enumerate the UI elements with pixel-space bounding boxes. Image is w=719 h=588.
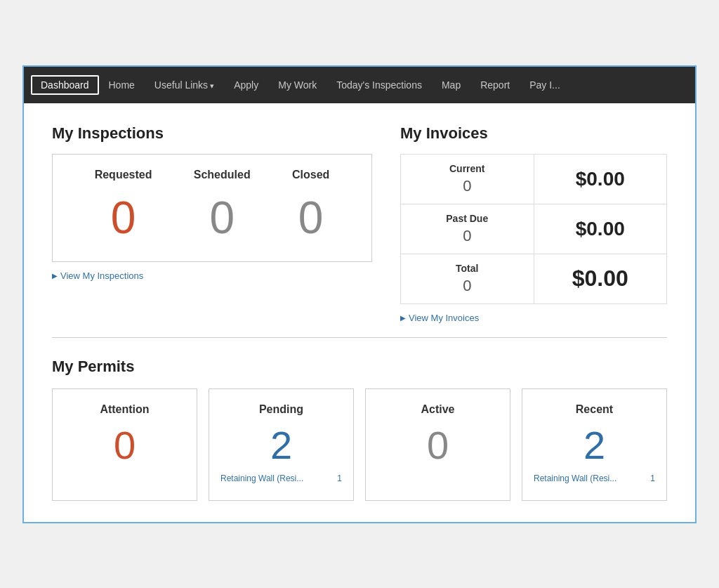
- inspection-value-requested: 0: [95, 195, 152, 240]
- nav-item-todays-inspections[interactable]: Today's Inspections: [326, 75, 432, 95]
- app-container: Dashboard Home Useful Links Apply My Wor…: [22, 65, 697, 523]
- inspections-grid: Requested 0 Scheduled 0 Closed 0: [74, 169, 350, 240]
- permit-label-active: Active: [377, 403, 499, 416]
- invoice-row-pastdue: Past Due 0 $0.00: [401, 204, 666, 254]
- permit-card-pending: Pending 2 Retaining Wall (Resi... 1: [209, 388, 354, 501]
- navbar: Dashboard Home Useful Links Apply My Wor…: [24, 67, 695, 103]
- nav-item-report[interactable]: Report: [470, 75, 520, 95]
- permit-value-pending: 2: [220, 426, 342, 465]
- inspection-col-requested: Requested 0: [95, 169, 152, 240]
- invoice-row-total: Total 0 $0.00: [401, 254, 666, 303]
- inspection-col-scheduled: Scheduled 0: [194, 169, 251, 240]
- invoices-section: My Invoices Current 0 $0.00 Past Du: [400, 124, 667, 323]
- inspections-title: My Inspections: [52, 124, 372, 143]
- inspection-label-scheduled: Scheduled: [194, 169, 251, 181]
- inspection-value-closed: 0: [292, 195, 329, 240]
- invoice-amount-pastdue-value: $0.00: [576, 218, 625, 240]
- permits-section: My Permits Attention 0 Pending 2 Retaini…: [52, 358, 667, 501]
- invoice-label-total: Total 0: [401, 254, 534, 303]
- permit-sub-pending-label: Retaining Wall (Resi...: [220, 473, 303, 483]
- nav-item-home[interactable]: Home: [99, 75, 145, 95]
- invoice-label-current-text: Current: [412, 163, 522, 174]
- inspection-col-closed: Closed 0: [292, 169, 329, 240]
- invoice-label-total-text: Total: [412, 263, 522, 274]
- permit-sub-recent-label: Retaining Wall (Resi...: [534, 473, 616, 483]
- invoices-title: My Invoices: [400, 124, 667, 143]
- permit-card-active: Active 0: [365, 388, 510, 501]
- permit-sub-pending-count: 1: [337, 473, 342, 483]
- main-content: My Inspections Requested 0 Scheduled 0 C…: [24, 103, 695, 522]
- inspections-section: My Inspections Requested 0 Scheduled 0 C…: [52, 124, 372, 323]
- invoice-count-total: 0: [412, 277, 522, 295]
- invoice-label-current: Current 0: [401, 155, 534, 204]
- nav-item-apply[interactable]: Apply: [224, 75, 268, 95]
- top-row: My Inspections Requested 0 Scheduled 0 C…: [52, 124, 667, 323]
- permit-value-attention: 0: [64, 426, 185, 465]
- nav-item-map[interactable]: Map: [432, 75, 470, 95]
- invoice-amount-current-value: $0.00: [576, 168, 625, 190]
- permit-card-recent: Recent 2 Retaining Wall (Resi... 1: [522, 388, 667, 501]
- invoice-label-pastdue: Past Due 0: [401, 204, 534, 254]
- invoice-amount-current: $0.00: [534, 155, 667, 204]
- invoice-row-current: Current 0 $0.00: [401, 155, 666, 204]
- inspections-card: Requested 0 Scheduled 0 Closed 0: [52, 154, 372, 262]
- invoice-label-pastdue-text: Past Due: [412, 213, 522, 224]
- invoice-amount-total: $0.00: [534, 254, 667, 303]
- inspection-label-requested: Requested: [95, 169, 152, 181]
- permit-value-active: 0: [377, 426, 499, 465]
- inspection-value-scheduled: 0: [194, 195, 251, 240]
- invoices-table: Current 0 $0.00 Past Due 0 $0: [400, 154, 667, 304]
- permits-grid: Attention 0 Pending 2 Retaining Wall (Re…: [52, 388, 667, 501]
- permit-label-recent: Recent: [534, 403, 655, 416]
- permit-label-pending: Pending: [220, 403, 342, 416]
- view-inspections-link[interactable]: View My Inspections: [52, 270, 143, 281]
- permit-sub-recent: Retaining Wall (Resi... 1: [534, 473, 655, 483]
- permit-sub-recent-count: 1: [650, 473, 655, 483]
- nav-item-my-work[interactable]: My Work: [268, 75, 326, 95]
- permits-title: My Permits: [52, 358, 667, 376]
- nav-item-useful-links[interactable]: Useful Links: [145, 75, 224, 95]
- invoice-count-current: 0: [412, 177, 522, 195]
- inspection-label-closed: Closed: [292, 169, 329, 181]
- permit-label-attention: Attention: [64, 403, 185, 416]
- permit-sub-pending: Retaining Wall (Resi... 1: [220, 473, 342, 483]
- nav-item-dashboard[interactable]: Dashboard: [31, 75, 99, 95]
- permit-card-attention: Attention 0: [52, 388, 197, 501]
- invoice-count-pastdue: 0: [412, 227, 522, 245]
- nav-item-pay[interactable]: Pay I...: [520, 75, 570, 95]
- invoice-amount-pastdue: $0.00: [534, 204, 667, 254]
- invoice-amount-total-value: $0.00: [572, 266, 628, 292]
- view-invoices-link[interactable]: View My Invoices: [400, 313, 479, 323]
- permit-value-recent: 2: [534, 426, 655, 465]
- section-divider: [52, 337, 667, 338]
